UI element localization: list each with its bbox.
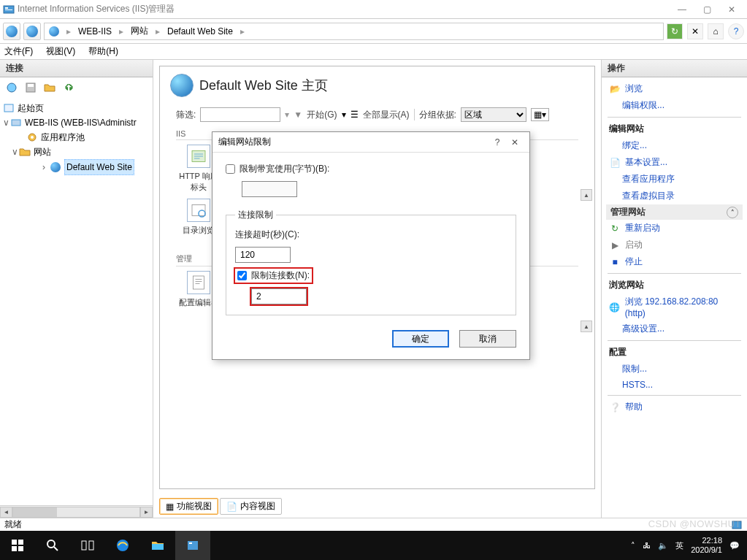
edit-site-limits-dialog: 编辑网站限制 ? ✕ 限制带宽使用(字节)(B): 连接限制 连接超时(秒)(C…: [212, 131, 530, 360]
action-limits[interactable]: 限制...: [606, 361, 743, 377]
filter-label: 筛选:: [176, 109, 196, 121]
globe-icon: [49, 26, 59, 37]
content-view-icon: 📄: [226, 502, 237, 512]
action-hsts[interactable]: HSTS...: [606, 377, 743, 392]
action-stop[interactable]: ■停止: [606, 253, 743, 270]
action-view-virtual-dirs[interactable]: 查看虚拟目录: [606, 188, 743, 204]
scroll-up-icon[interactable]: ▲: [581, 189, 592, 201]
collapse-icon[interactable]: ˄: [727, 207, 738, 218]
timeout-label: 连接超时(秒)(C):: [235, 229, 507, 241]
limit-bandwidth-checkbox[interactable]: 限制带宽使用(字节)(B):: [226, 163, 516, 175]
tree-default-web-site[interactable]: › Default Web Site: [3, 159, 150, 175]
taskbar-iis-manager[interactable]: [175, 531, 210, 560]
folder-icon[interactable]: [42, 80, 57, 95]
bandwidth-value-input: [242, 181, 297, 197]
dialog-help-button[interactable]: ?: [489, 135, 506, 150]
action-start[interactable]: ▶启动: [606, 237, 743, 253]
action-help[interactable]: ❔帮助: [606, 399, 743, 415]
dialog-close-button[interactable]: ✕: [506, 135, 524, 150]
actions-panel: 操作 📂浏览 编辑权限... 编辑网站 绑定... 📄基本设置... 查看应用程…: [601, 60, 747, 518]
svg-rect-6: [4, 104, 13, 112]
action-group-edit-site: 编辑网站: [606, 120, 743, 137]
dir-browse-icon: [187, 199, 210, 222]
filter-bar: 筛选: ▾ ▼ 开始(G) ▾ ☰ 全部显示(A) 分组依据: 区域 ▦▾: [160, 107, 594, 125]
taskbar-ie[interactable]: [105, 531, 140, 560]
page-title: Default Web Site 主页: [199, 77, 328, 94]
limit-bandwidth-input[interactable]: [226, 164, 235, 174]
menu-file[interactable]: 文件(F): [4, 45, 33, 58]
svg-rect-22: [89, 541, 93, 550]
refresh-icon[interactable]: ↻: [667, 23, 683, 39]
up-icon[interactable]: ⮉: [61, 80, 76, 95]
nav-forward-button[interactable]: [23, 23, 41, 40]
filter-start-button[interactable]: 开始(G): [307, 109, 337, 121]
cancel-button[interactable]: 取消: [459, 330, 516, 348]
save-icon[interactable]: [23, 80, 38, 95]
tab-content-view[interactable]: 📄 内容视图: [220, 498, 282, 515]
start-icon: [3, 102, 15, 114]
breadcrumb-item[interactable]: Default Web Site: [167, 26, 233, 37]
stop-icon[interactable]: ✕: [687, 23, 703, 39]
tree-sites[interactable]: ∨ 网站: [3, 145, 150, 159]
action-view-applications[interactable]: 查看应用程序: [606, 171, 743, 188]
tab-features-view[interactable]: ▦ 功能视图: [159, 498, 218, 515]
tray-network-icon[interactable]: 🖧: [643, 541, 651, 550]
tray-notifications-icon[interactable]: 💬: [729, 541, 740, 551]
breadcrumb-item[interactable]: 网站: [131, 25, 148, 37]
tree-server[interactable]: ∨ WEB-IIS (WEB-IIS\Administr: [3, 115, 150, 130]
tray-volume-icon[interactable]: 🔈: [658, 541, 668, 551]
menu-help[interactable]: 帮助(H): [88, 45, 118, 58]
search-button[interactable]: [35, 531, 70, 560]
system-tray: ˄ 🖧 🔈 英 22:18 2020/9/1 💬: [624, 536, 747, 555]
action-basic-settings[interactable]: 📄基本设置...: [606, 154, 743, 171]
svg-rect-26: [189, 542, 192, 544]
window-titlebar: Internet Information Services (IIS)管理器 —…: [0, 0, 747, 19]
tray-chevron-icon[interactable]: ˄: [631, 541, 635, 551]
breadcrumb-item[interactable]: WEB-IIS: [78, 26, 112, 37]
action-restart[interactable]: ↻重新启动: [606, 220, 743, 237]
limit-connections-checkbox[interactable]: 限制连接数(N):: [235, 269, 312, 283]
svg-rect-15: [12, 540, 17, 545]
action-group-browse-site: 浏览网站: [606, 277, 743, 294]
tree-start-page[interactable]: 起始页: [3, 101, 150, 115]
help-icon[interactable]: ?: [728, 23, 744, 39]
menu-view[interactable]: 视图(V): [46, 45, 75, 58]
ok-button[interactable]: 确定: [392, 330, 449, 348]
http-headers-icon: [187, 145, 210, 168]
view-mode-button[interactable]: ▦▾: [531, 108, 549, 121]
group-by-select[interactable]: 区域: [461, 107, 526, 122]
task-view-button[interactable]: [70, 531, 105, 560]
features-view-icon: ▦: [166, 502, 174, 512]
taskbar-explorer[interactable]: [140, 531, 175, 560]
home-icon[interactable]: ⌂: [708, 23, 724, 39]
svg-rect-16: [18, 540, 23, 545]
filter-input[interactable]: [200, 107, 280, 122]
minimize-button[interactable]: —: [670, 1, 694, 18]
tree-app-pools[interactable]: 应用程序池: [3, 130, 150, 145]
connections-toolbar: ⮉: [0, 77, 153, 98]
nav-back-button[interactable]: [3, 23, 20, 40]
svg-rect-2: [5, 9, 12, 10]
action-advanced-settings[interactable]: 高级设置...: [606, 321, 743, 337]
breadcrumb[interactable]: ▸ WEB-IIS ▸ 网站 ▸ Default Web Site ▸: [44, 23, 664, 40]
action-browse-binding[interactable]: 🌐浏览 192.168.82.208:80 (http): [606, 294, 743, 321]
start-button[interactable]: [0, 531, 35, 560]
action-explore[interactable]: 📂浏览: [606, 80, 743, 97]
action-bindings[interactable]: 绑定...: [606, 137, 743, 154]
limit-connections-input[interactable]: [237, 271, 247, 280]
group-by-label: 分组依据:: [419, 109, 456, 121]
connect-icon[interactable]: [4, 80, 19, 95]
tray-ime[interactable]: 英: [675, 540, 683, 551]
show-all-button[interactable]: 全部显示(A): [363, 109, 410, 121]
nav-bar: ▸ WEB-IIS ▸ 网站 ▸ Default Web Site ▸ ↻ ✕ …: [0, 19, 747, 44]
action-edit-permissions[interactable]: 编辑权限...: [606, 97, 743, 114]
connections-hscrollbar[interactable]: ◄►: [0, 505, 153, 518]
timeout-input[interactable]: [235, 247, 291, 263]
connection-limit-input[interactable]: [251, 288, 307, 304]
close-button[interactable]: ✕: [719, 1, 744, 18]
scroll-up-icon[interactable]: ▲: [581, 321, 592, 332]
action-group-manage-site: 管理网站˄: [606, 204, 743, 220]
connections-panel: 连接 ⮉ 起始页 ∨ WEB-IIS (WEB-IIS\Administr 应用…: [0, 60, 153, 518]
tray-clock[interactable]: 22:18 2020/9/1: [691, 536, 722, 555]
maximize-button[interactable]: ▢: [694, 1, 719, 18]
